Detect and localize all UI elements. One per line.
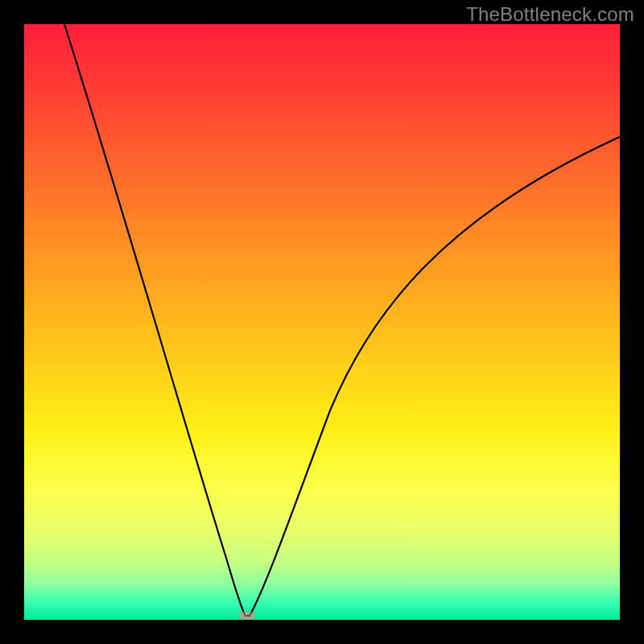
bottleneck-curve	[64, 24, 620, 616]
minimum-marker	[238, 611, 256, 620]
chart-plot-area	[24, 24, 620, 620]
watermark-text: TheBottleneck.com	[466, 3, 634, 26]
chart-svg	[24, 24, 620, 620]
chart-frame: TheBottleneck.com	[0, 0, 644, 644]
